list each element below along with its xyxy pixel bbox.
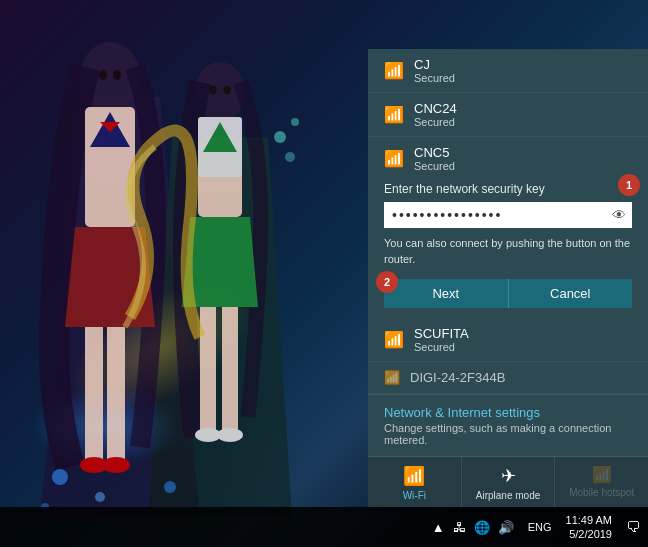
wifi-item-scufita[interactable]: 📶 SCUFITA Secured xyxy=(368,318,648,362)
wifi-signal-icon-digi: 📶 xyxy=(384,370,400,385)
wifi-bottom-icon: 📶 xyxy=(403,465,425,487)
tray-globe-icon[interactable]: 🌐 xyxy=(474,520,490,535)
wifi-panel: 📶 CJ Secured 📶 CNC24 Secured 📶 CNC5 Secu… xyxy=(368,49,648,507)
svg-point-8 xyxy=(99,70,107,80)
wifi-name-cnc5: CNC5 xyxy=(414,145,455,160)
wifi-status-cj: Secured xyxy=(414,72,455,84)
airplane-label: Airplane mode xyxy=(476,490,540,501)
tray-icons: ▲ 🖧 🌐 🔊 xyxy=(432,520,514,535)
mobile-hotspot-button[interactable]: 📶 Mobile hotspot xyxy=(555,457,648,507)
wifi-status-cnc5: Secured xyxy=(414,160,455,172)
connect-hint: You can also connect by pushing the butt… xyxy=(384,236,632,267)
wifi-status-scufita: Secured xyxy=(414,341,469,353)
wifi-signal-icon-scufita: 📶 xyxy=(384,330,404,349)
svg-rect-16 xyxy=(200,307,216,437)
svg-point-26 xyxy=(274,131,286,143)
network-settings-title[interactable]: Network & Internet settings xyxy=(384,405,632,420)
svg-point-20 xyxy=(210,86,217,95)
wifi-item-cj[interactable]: 📶 CJ Secured xyxy=(368,49,648,93)
wifi-name-cnc24: CNC24 xyxy=(414,101,457,116)
svg-point-28 xyxy=(285,152,295,162)
toggle-password-icon[interactable]: 👁 xyxy=(612,207,626,223)
tray-chevron-icon[interactable]: ▲ xyxy=(432,520,445,535)
clock-time: 11:49 AM xyxy=(566,513,612,527)
hotspot-label: Mobile hotspot xyxy=(569,487,634,498)
svg-point-19 xyxy=(217,428,243,442)
password-field-container[interactable]: 👁 xyxy=(384,202,632,228)
wifi-signal-icon-cnc24: 📶 xyxy=(384,105,404,124)
tray-volume-icon[interactable]: 🔊 xyxy=(498,520,514,535)
clock-date: 5/2/2019 xyxy=(569,527,612,541)
cancel-button[interactable]: Cancel xyxy=(508,279,633,308)
svg-point-23 xyxy=(95,492,105,502)
svg-point-27 xyxy=(291,118,299,126)
svg-point-25 xyxy=(164,481,176,493)
svg-point-22 xyxy=(52,469,68,485)
taskbar: ▲ 🖧 🌐 🔊 ENG 11:49 AM 5/2/2019 🗨 xyxy=(0,507,648,547)
svg-rect-4 xyxy=(85,327,103,467)
wifi-status-cnc24: Secured xyxy=(414,116,457,128)
wifi-name-cj: CJ xyxy=(414,57,455,72)
wifi-item-cnc5-expanded: 📶 CNC5 Secured Enter the network securit… xyxy=(368,137,648,318)
password-input[interactable] xyxy=(384,202,632,228)
wifi-name-scufita: SCUFITA xyxy=(414,326,469,341)
password-input-wrap: 👁 1 xyxy=(384,202,632,228)
wifi-item-digi[interactable]: 📶 DIGI-24-2F344B xyxy=(368,362,648,394)
cnc5-header[interactable]: 📶 CNC5 Secured xyxy=(384,145,632,172)
wifi-name-digi: DIGI-24-2F344B xyxy=(410,370,505,385)
tray-lang-label[interactable]: ENG xyxy=(528,521,552,533)
wifi-item-cnc24[interactable]: 📶 CNC24 Secured xyxy=(368,93,648,137)
next-button[interactable]: Next xyxy=(384,279,508,308)
wifi-bottom-label: Wi-Fi xyxy=(403,490,426,501)
wifi-toggle-button[interactable]: 📶 Wi-Fi xyxy=(368,457,462,507)
action-buttons: 2 Next Cancel xyxy=(384,279,632,308)
network-settings-desc: Change settings, such as making a connec… xyxy=(384,422,632,446)
security-key-label: Enter the network security key xyxy=(384,182,632,196)
clock[interactable]: 11:49 AM 5/2/2019 xyxy=(566,513,612,542)
anime-characters-svg xyxy=(0,17,360,517)
svg-rect-5 xyxy=(107,327,125,467)
system-tray: ▲ 🖧 🌐 🔊 ENG 11:49 AM 5/2/2019 🗨 xyxy=(432,513,640,542)
step-badge-1: 1 xyxy=(618,174,640,196)
svg-point-7 xyxy=(102,457,130,473)
svg-rect-17 xyxy=(222,307,238,437)
tray-network-icon[interactable]: 🖧 xyxy=(453,520,466,535)
hotspot-icon: 📶 xyxy=(592,465,612,484)
step-badge-2: 2 xyxy=(376,271,398,293)
bottom-icons-row: 📶 Wi-Fi ✈ Airplane mode 📶 Mobile hotspot xyxy=(368,456,648,507)
wifi-signal-icon-cj: 📶 xyxy=(384,61,404,80)
network-settings-section: Network & Internet settings Change setti… xyxy=(368,394,648,456)
notification-icon[interactable]: 🗨 xyxy=(626,519,640,535)
wifi-signal-icon-cnc5: 📶 xyxy=(384,149,404,168)
svg-point-21 xyxy=(224,86,231,95)
airplane-mode-button[interactable]: ✈ Airplane mode xyxy=(462,457,556,507)
airplane-icon: ✈ xyxy=(501,465,516,487)
svg-point-9 xyxy=(113,70,121,80)
